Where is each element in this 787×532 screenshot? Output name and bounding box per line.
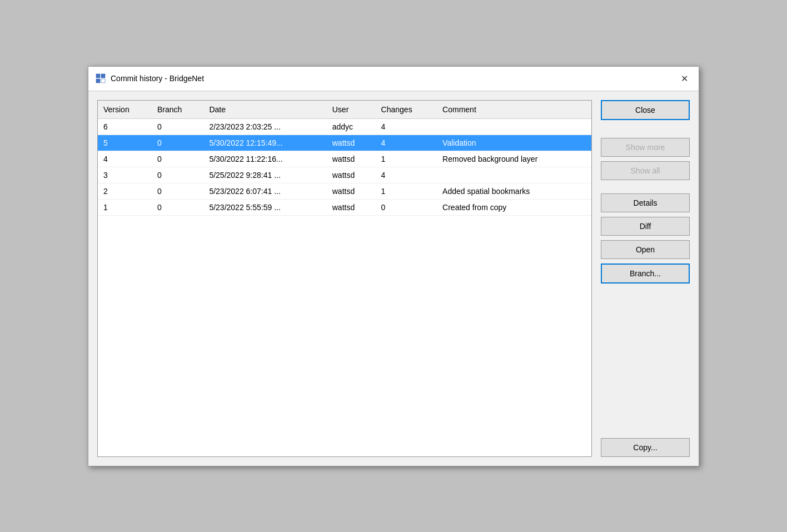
- table-row[interactable]: 505/30/2022 12:15:49...wattsd4Validation: [98, 135, 591, 151]
- cell-user: addyc: [327, 118, 376, 135]
- cell-user: wattsd: [327, 183, 376, 199]
- svg-rect-0: [96, 74, 100, 78]
- dialog-body: Version Branch Date User Changes Comment…: [88, 91, 699, 466]
- cell-branch: 0: [152, 199, 204, 215]
- table-row[interactable]: 205/23/2022 6:07:41 ...wattsd1Added spat…: [98, 183, 591, 199]
- cell-changes: 1: [376, 151, 437, 167]
- app-icon: [95, 73, 106, 84]
- col-version: Version: [98, 101, 152, 119]
- window-close-button[interactable]: ✕: [676, 71, 692, 86]
- cell-date: 5/30/2022 12:15:49...: [203, 135, 326, 151]
- bottom-button-group: Copy...: [601, 438, 690, 457]
- diff-button[interactable]: Diff: [601, 217, 690, 236]
- cell-version: 1: [98, 199, 152, 215]
- open-button[interactable]: Open: [601, 240, 690, 259]
- cell-date: 5/25/2022 9:28:41 ...: [203, 167, 326, 183]
- cell-date: 5/30/2022 11:22:16...: [203, 151, 326, 167]
- cell-changes: 0: [376, 199, 437, 215]
- cell-date: 2/23/2023 2:03:25 ...: [203, 118, 326, 135]
- col-date: Date: [203, 101, 326, 119]
- action-button-group: Details Diff Open Branch...: [601, 193, 690, 284]
- cell-version: 6: [98, 118, 152, 135]
- cell-version: 4: [98, 151, 152, 167]
- sidebar: Close Show more Show all Details Diff Op…: [601, 100, 690, 457]
- cell-branch: 0: [152, 135, 204, 151]
- title-bar: Commit history - BridgeNet ✕: [88, 67, 699, 91]
- cell-user: wattsd: [327, 151, 376, 167]
- show-button-group: Show more Show all: [601, 138, 690, 180]
- cell-user: wattsd: [327, 199, 376, 215]
- table-header-row: Version Branch Date User Changes Comment: [98, 101, 591, 119]
- cell-changes: 4: [376, 135, 437, 151]
- cell-comment: Validation: [437, 135, 591, 151]
- cell-branch: 0: [152, 167, 204, 183]
- col-user: User: [327, 101, 376, 119]
- svg-rect-2: [96, 79, 100, 83]
- top-button-group: Close: [601, 100, 690, 120]
- cell-changes: 1: [376, 183, 437, 199]
- cell-version: 5: [98, 135, 152, 151]
- cell-version: 3: [98, 167, 152, 183]
- cell-branch: 0: [152, 151, 204, 167]
- dialog-title: Commit history - BridgeNet: [111, 74, 204, 83]
- cell-user: wattsd: [327, 167, 376, 183]
- table-row[interactable]: 602/23/2023 2:03:25 ...addyc4: [98, 118, 591, 135]
- cell-comment: [437, 167, 591, 183]
- cell-version: 2: [98, 183, 152, 199]
- table-row[interactable]: 105/23/2022 5:55:59 ...wattsd0Created fr…: [98, 199, 591, 215]
- copy-button[interactable]: Copy...: [601, 438, 690, 457]
- cell-comment: [437, 118, 591, 135]
- cell-user: wattsd: [327, 135, 376, 151]
- svg-rect-1: [101, 74, 105, 78]
- cell-date: 5/23/2022 6:07:41 ...: [203, 183, 326, 199]
- details-button[interactable]: Details: [601, 193, 690, 212]
- col-changes: Changes: [376, 101, 437, 119]
- close-button[interactable]: Close: [601, 100, 690, 120]
- commit-table: Version Branch Date User Changes Comment…: [98, 101, 591, 216]
- commit-history-dialog: Commit history - BridgeNet ✕ Version Bra…: [88, 66, 699, 466]
- cell-comment: Removed background layer: [437, 151, 591, 167]
- table-row[interactable]: 305/25/2022 9:28:41 ...wattsd4: [98, 167, 591, 183]
- col-comment: Comment: [437, 101, 591, 119]
- svg-rect-3: [101, 79, 105, 83]
- cell-branch: 0: [152, 118, 204, 135]
- cell-comment: Added spatial bookmarks: [437, 183, 591, 199]
- cell-changes: 4: [376, 118, 437, 135]
- cell-date: 5/23/2022 5:55:59 ...: [203, 199, 326, 215]
- table-row[interactable]: 405/30/2022 11:22:16...wattsd1Removed ba…: [98, 151, 591, 167]
- title-bar-left: Commit history - BridgeNet: [95, 73, 204, 84]
- cell-branch: 0: [152, 183, 204, 199]
- branch-button[interactable]: Branch...: [601, 263, 690, 284]
- cell-comment: Created from copy: [437, 199, 591, 215]
- show-more-button[interactable]: Show more: [601, 138, 690, 157]
- cell-changes: 4: [376, 167, 437, 183]
- show-all-button[interactable]: Show all: [601, 161, 690, 180]
- commit-table-container[interactable]: Version Branch Date User Changes Comment…: [97, 100, 592, 457]
- col-branch: Branch: [152, 101, 204, 119]
